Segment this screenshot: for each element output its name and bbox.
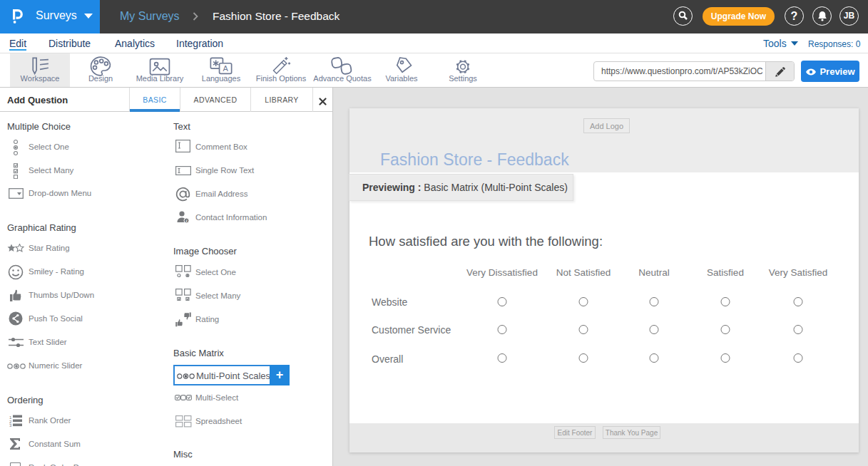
- svg-text:3: 3: [9, 423, 12, 427]
- svg-text:A: A: [223, 64, 228, 73]
